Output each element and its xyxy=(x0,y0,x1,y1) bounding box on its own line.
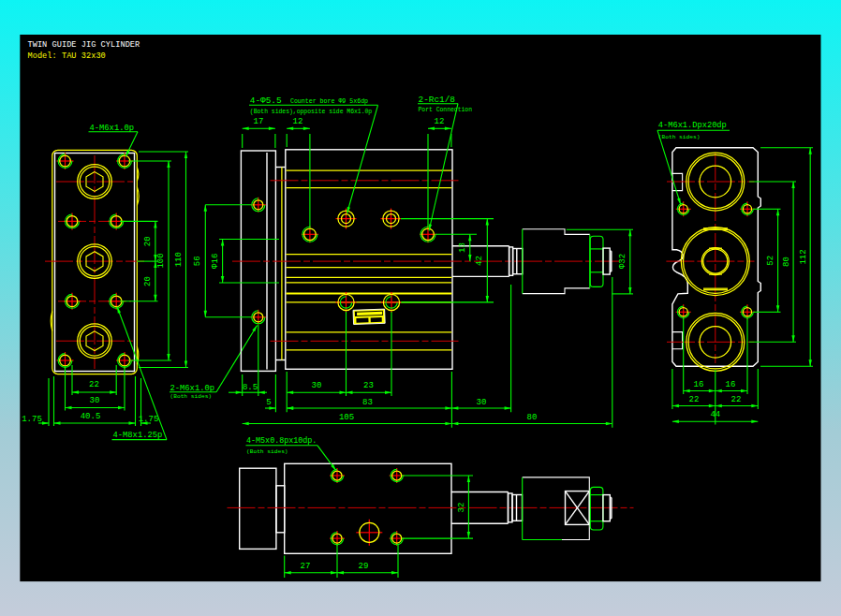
svg-text:56: 56 xyxy=(193,256,202,266)
svg-text:Port Connection: Port Connection xyxy=(419,107,473,113)
svg-text:Model: TAU 32x30: Model: TAU 32x30 xyxy=(28,51,106,61)
svg-text:1.75: 1.75 xyxy=(22,415,42,424)
svg-text:4-M6x1.Dpx20dp: 4-M6x1.Dpx20dp xyxy=(658,121,727,130)
svg-text:22: 22 xyxy=(731,395,742,404)
svg-text:30: 30 xyxy=(90,396,100,405)
svg-text:44: 44 xyxy=(710,410,720,419)
svg-text:5: 5 xyxy=(266,398,271,407)
svg-text:16: 16 xyxy=(694,380,704,389)
svg-text:23: 23 xyxy=(363,381,374,390)
svg-text:TWIN GUIDE JIG CYLINDER: TWIN GUIDE JIG CYLINDER xyxy=(28,40,140,50)
svg-text:12: 12 xyxy=(293,117,303,126)
svg-text:(Both sides),opposite side M6x: (Both sides),opposite side M6x1.0p xyxy=(250,109,373,115)
svg-text:80: 80 xyxy=(782,257,791,267)
svg-text:20: 20 xyxy=(143,276,153,286)
svg-text:112: 112 xyxy=(799,249,808,264)
svg-text:29: 29 xyxy=(359,562,369,571)
svg-text:110: 110 xyxy=(174,252,184,267)
svg-text:83: 83 xyxy=(362,398,373,407)
svg-text:2-M6x1.0p: 2-M6x1.0p xyxy=(170,384,215,393)
svg-text:12: 12 xyxy=(435,117,445,126)
svg-text:20: 20 xyxy=(143,236,153,246)
svg-text:22: 22 xyxy=(89,380,99,389)
svg-text:(Both sides): (Both sides) xyxy=(170,393,213,400)
svg-text:Φ16: Φ16 xyxy=(211,254,220,269)
svg-text:100: 100 xyxy=(156,253,166,268)
svg-text:30: 30 xyxy=(477,398,487,407)
svg-text:16: 16 xyxy=(726,380,736,389)
svg-text:42: 42 xyxy=(475,256,484,266)
svg-text:(Both sides): (Both sides) xyxy=(246,448,288,455)
svg-text:105: 105 xyxy=(339,413,354,422)
svg-text:32: 32 xyxy=(457,503,466,513)
svg-text:80: 80 xyxy=(527,413,538,422)
svg-text:30: 30 xyxy=(312,381,322,390)
svg-text:4-M8x1.25p: 4-M8x1.25p xyxy=(113,431,163,440)
svg-text:22: 22 xyxy=(689,395,700,404)
svg-text:Counter bore Φ9 5x6dp: Counter bore Φ9 5x6dp xyxy=(287,98,368,105)
svg-text:1.75: 1.75 xyxy=(139,415,159,424)
svg-text:4-M6x1.0p: 4-M6x1.0p xyxy=(90,124,135,133)
svg-text:40.5: 40.5 xyxy=(81,412,101,421)
svg-text:(Both sides): (Both sides) xyxy=(658,134,701,140)
svg-text:Φ32: Φ32 xyxy=(618,254,627,269)
svg-text:52: 52 xyxy=(766,256,775,266)
svg-text:4-M5x0.8px10dp.: 4-M5x0.8px10dp. xyxy=(246,436,317,446)
svg-text:17: 17 xyxy=(254,117,264,126)
svg-text:13: 13 xyxy=(458,242,467,253)
svg-text:2-Rc1/8: 2-Rc1/8 xyxy=(419,95,456,105)
svg-text:4-Φ5.5: 4-Φ5.5 xyxy=(250,95,282,106)
svg-text:8.5: 8.5 xyxy=(243,383,258,392)
svg-text:27: 27 xyxy=(301,562,311,571)
